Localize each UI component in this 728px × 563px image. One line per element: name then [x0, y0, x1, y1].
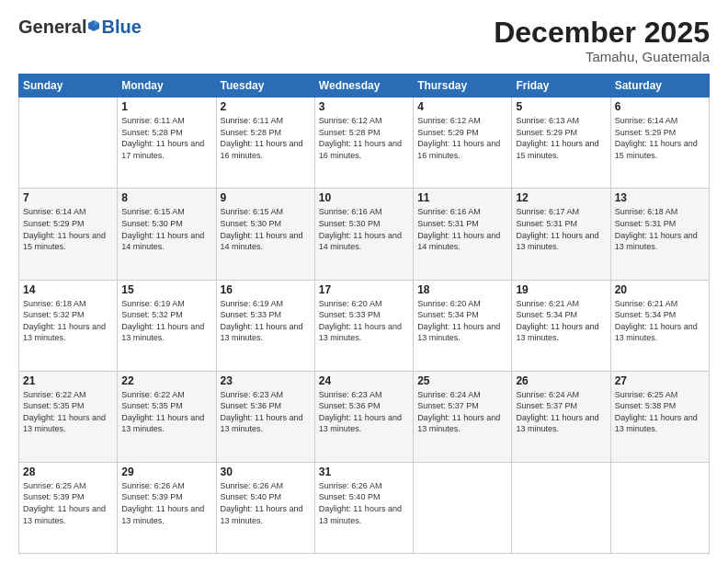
calendar-cell: 19Sunrise: 6:21 AMSunset: 5:34 PMDayligh… [512, 280, 610, 371]
day-number: 28 [23, 465, 113, 478]
day-number: 12 [516, 191, 606, 204]
day-number: 18 [417, 283, 507, 296]
day-info: Sunrise: 6:15 AMSunset: 5:30 PMDaylight:… [121, 206, 211, 252]
calendar-cell: 24Sunrise: 6:23 AMSunset: 5:36 PMDayligh… [314, 371, 413, 462]
calendar-cell: 21Sunrise: 6:22 AMSunset: 5:35 PMDayligh… [19, 371, 118, 462]
day-header-sunday: Sunday [19, 75, 118, 98]
day-info: Sunrise: 6:14 AMSunset: 5:29 PMDaylight:… [23, 206, 113, 252]
day-info: Sunrise: 6:25 AMSunset: 5:39 PMDaylight:… [23, 480, 113, 526]
logo-text: GeneralBlue [18, 17, 142, 38]
calendar-header-row: SundayMondayTuesdayWednesdayThursdayFrid… [19, 75, 710, 98]
day-header-friday: Friday [512, 75, 610, 98]
calendar-cell: 9Sunrise: 6:15 AMSunset: 5:30 PMDaylight… [216, 189, 314, 280]
day-number: 19 [516, 283, 606, 296]
day-number: 5 [516, 100, 606, 113]
logo: GeneralBlue [18, 17, 142, 38]
day-number: 22 [121, 374, 211, 387]
day-number: 21 [23, 374, 113, 387]
day-number: 25 [417, 374, 507, 387]
header: GeneralBlue December 2025 Tamahu, Guatem… [18, 17, 710, 64]
logo-blue-text: Blue [101, 17, 141, 38]
day-info: Sunrise: 6:26 AMSunset: 5:40 PMDaylight:… [221, 480, 311, 526]
day-number: 9 [221, 191, 311, 204]
day-info: Sunrise: 6:18 AMSunset: 5:31 PMDaylight:… [615, 206, 705, 252]
calendar-cell: 11Sunrise: 6:16 AMSunset: 5:31 PMDayligh… [414, 189, 512, 280]
calendar-cell: 10Sunrise: 6:16 AMSunset: 5:30 PMDayligh… [314, 189, 413, 280]
day-info: Sunrise: 6:23 AMSunset: 5:36 PMDaylight:… [319, 389, 409, 435]
calendar-cell: 20Sunrise: 6:21 AMSunset: 5:34 PMDayligh… [610, 280, 709, 371]
calendar-cell: 25Sunrise: 6:24 AMSunset: 5:37 PMDayligh… [414, 371, 512, 462]
day-number: 8 [121, 191, 211, 204]
calendar-cell: 18Sunrise: 6:20 AMSunset: 5:34 PMDayligh… [414, 280, 512, 371]
day-info: Sunrise: 6:16 AMSunset: 5:31 PMDaylight:… [417, 206, 507, 252]
calendar-cell: 12Sunrise: 6:17 AMSunset: 5:31 PMDayligh… [512, 189, 610, 280]
day-info: Sunrise: 6:22 AMSunset: 5:35 PMDaylight:… [23, 389, 113, 435]
day-info: Sunrise: 6:14 AMSunset: 5:29 PMDaylight:… [615, 115, 705, 161]
day-info: Sunrise: 6:16 AMSunset: 5:30 PMDaylight:… [319, 206, 409, 252]
day-info: Sunrise: 6:19 AMSunset: 5:32 PMDaylight:… [121, 298, 211, 344]
day-info: Sunrise: 6:24 AMSunset: 5:37 PMDaylight:… [417, 389, 507, 435]
day-header-saturday: Saturday [610, 75, 709, 98]
day-number: 23 [221, 374, 311, 387]
day-info: Sunrise: 6:19 AMSunset: 5:33 PMDaylight:… [221, 298, 311, 344]
day-header-monday: Monday [118, 75, 216, 98]
day-number: 17 [319, 283, 409, 296]
month-title: December 2025 [494, 17, 710, 49]
day-info: Sunrise: 6:22 AMSunset: 5:35 PMDaylight:… [121, 389, 211, 435]
calendar-cell: 8Sunrise: 6:15 AMSunset: 5:30 PMDaylight… [118, 189, 216, 280]
day-number: 7 [23, 191, 113, 204]
day-number: 16 [221, 283, 311, 296]
day-number: 6 [615, 100, 705, 113]
calendar-table: SundayMondayTuesdayWednesdayThursdayFrid… [18, 74, 710, 554]
day-info: Sunrise: 6:15 AMSunset: 5:30 PMDaylight:… [221, 206, 311, 252]
day-number: 26 [516, 374, 606, 387]
day-info: Sunrise: 6:20 AMSunset: 5:33 PMDaylight:… [319, 298, 409, 344]
calendar-cell: 3Sunrise: 6:12 AMSunset: 5:28 PMDaylight… [314, 98, 413, 189]
calendar-cell: 16Sunrise: 6:19 AMSunset: 5:33 PMDayligh… [216, 280, 314, 371]
calendar-cell: 13Sunrise: 6:18 AMSunset: 5:31 PMDayligh… [610, 189, 709, 280]
day-info: Sunrise: 6:13 AMSunset: 5:29 PMDaylight:… [516, 115, 606, 161]
day-number: 14 [23, 283, 113, 296]
calendar-cell: 6Sunrise: 6:14 AMSunset: 5:29 PMDaylight… [610, 98, 709, 189]
day-number: 29 [121, 465, 211, 478]
day-header-tuesday: Tuesday [216, 75, 314, 98]
calendar-cell: 23Sunrise: 6:23 AMSunset: 5:36 PMDayligh… [216, 371, 314, 462]
calendar-week-row: 28Sunrise: 6:25 AMSunset: 5:39 PMDayligh… [19, 462, 710, 553]
day-number: 15 [121, 283, 211, 296]
day-number: 31 [319, 465, 409, 478]
day-info: Sunrise: 6:26 AMSunset: 5:39 PMDaylight:… [121, 480, 211, 526]
day-info: Sunrise: 6:11 AMSunset: 5:28 PMDaylight:… [221, 115, 311, 161]
day-number: 20 [615, 283, 705, 296]
calendar-cell: 27Sunrise: 6:25 AMSunset: 5:38 PMDayligh… [610, 371, 709, 462]
calendar-cell: 15Sunrise: 6:19 AMSunset: 5:32 PMDayligh… [118, 280, 216, 371]
day-info: Sunrise: 6:24 AMSunset: 5:37 PMDaylight:… [516, 389, 606, 435]
calendar-week-row: 21Sunrise: 6:22 AMSunset: 5:35 PMDayligh… [19, 371, 710, 462]
calendar-cell [610, 462, 709, 553]
day-info: Sunrise: 6:26 AMSunset: 5:40 PMDaylight:… [319, 480, 409, 526]
logo-general-text: General [18, 17, 86, 38]
day-number: 3 [319, 100, 409, 113]
calendar-cell: 14Sunrise: 6:18 AMSunset: 5:32 PMDayligh… [19, 280, 118, 371]
title-block: December 2025 Tamahu, Guatemala [494, 17, 710, 64]
calendar-cell: 7Sunrise: 6:14 AMSunset: 5:29 PMDaylight… [19, 189, 118, 280]
calendar-cell: 28Sunrise: 6:25 AMSunset: 5:39 PMDayligh… [19, 462, 118, 553]
page: GeneralBlue December 2025 Tamahu, Guatem… [0, 0, 728, 563]
day-info: Sunrise: 6:20 AMSunset: 5:34 PMDaylight:… [417, 298, 507, 344]
day-number: 2 [221, 100, 311, 113]
day-number: 1 [121, 100, 211, 113]
calendar-cell [512, 462, 610, 553]
day-header-wednesday: Wednesday [314, 75, 413, 98]
calendar-cell: 17Sunrise: 6:20 AMSunset: 5:33 PMDayligh… [314, 280, 413, 371]
calendar-cell: 22Sunrise: 6:22 AMSunset: 5:35 PMDayligh… [118, 371, 216, 462]
day-number: 11 [417, 191, 507, 204]
day-info: Sunrise: 6:18 AMSunset: 5:32 PMDaylight:… [23, 298, 113, 344]
calendar-cell [19, 98, 118, 189]
calendar-cell: 1Sunrise: 6:11 AMSunset: 5:28 PMDaylight… [118, 98, 216, 189]
day-info: Sunrise: 6:23 AMSunset: 5:36 PMDaylight:… [221, 389, 311, 435]
calendar-cell: 30Sunrise: 6:26 AMSunset: 5:40 PMDayligh… [216, 462, 314, 553]
calendar-cell [414, 462, 512, 553]
calendar-week-row: 14Sunrise: 6:18 AMSunset: 5:32 PMDayligh… [19, 280, 710, 371]
day-number: 30 [221, 465, 311, 478]
day-number: 24 [319, 374, 409, 387]
calendar-cell: 4Sunrise: 6:12 AMSunset: 5:29 PMDaylight… [414, 98, 512, 189]
